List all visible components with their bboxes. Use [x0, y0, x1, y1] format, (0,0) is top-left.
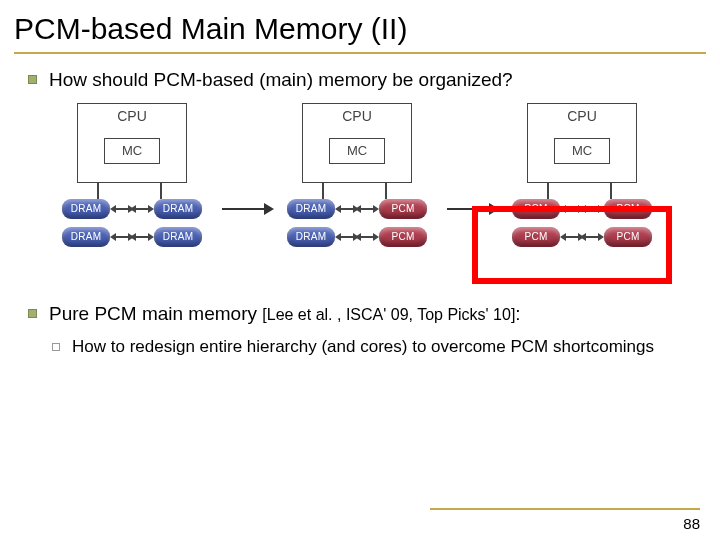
arch-pcm-only: CPU MC PCM PCM PCM PCM [502, 103, 662, 278]
architecture-diagram: CPU MC DRAM DRAM DRAM DRAM [52, 103, 662, 278]
bidir-arrow-icon [339, 236, 355, 238]
bidir-arrow-icon [114, 236, 130, 238]
citation: [Lee et al. , ISCA' 09, Top Picks' 10] [262, 306, 515, 323]
bidir-arrow-icon [339, 208, 355, 210]
memory-row: PCM PCM [512, 199, 652, 219]
slide-content: How should PCM-based (main) memory be or… [0, 54, 720, 359]
colon: : [515, 303, 520, 324]
bidir-arrow-icon [134, 208, 150, 210]
pcm-chip: PCM [379, 199, 427, 219]
memory-row: DRAM DRAM [62, 199, 202, 219]
sub-bullet-icon [52, 343, 60, 351]
pcm-chip: PCM [604, 199, 652, 219]
bus-line [385, 183, 387, 199]
cpu-label: CPU [567, 108, 597, 124]
cpu-box: CPU MC [527, 103, 637, 183]
dram-chip: DRAM [287, 227, 335, 247]
cpu-box: CPU MC [77, 103, 187, 183]
cpu-box: CPU MC [302, 103, 412, 183]
mc-label: MC [347, 143, 367, 158]
pcm-chip: PCM [512, 227, 560, 247]
memory-rows: DRAM DRAM DRAM DRAM [62, 199, 202, 247]
page-number: 88 [683, 515, 700, 532]
bus-line [547, 183, 549, 199]
memory-row: DRAM PCM [287, 227, 427, 247]
pcm-chip: PCM [512, 199, 560, 219]
pcm-chip: PCM [379, 227, 427, 247]
memory-rows: DRAM PCM DRAM PCM [287, 199, 427, 247]
bullet-pure-pcm: Pure PCM main memory [Lee et al. , ISCA'… [28, 302, 692, 327]
arrow-right-icon [447, 208, 493, 210]
bidir-arrow-icon [134, 236, 150, 238]
bidir-arrow-icon [584, 236, 600, 238]
cpu-label: CPU [117, 108, 147, 124]
memory-row: DRAM DRAM [62, 227, 202, 247]
mc-box: MC [554, 138, 610, 164]
bidir-arrow-icon [114, 208, 130, 210]
bus-line [97, 183, 99, 199]
pcm-chip: PCM [604, 227, 652, 247]
mc-label: MC [122, 143, 142, 158]
dram-chip: DRAM [62, 199, 110, 219]
memory-rows: PCM PCM PCM PCM [512, 199, 652, 247]
bidir-arrow-icon [564, 236, 580, 238]
bullet-text: Pure PCM main memory [Lee et al. , ISCA'… [49, 302, 521, 327]
arch-hybrid: CPU MC DRAM PCM DRAM PCM [277, 103, 437, 278]
dram-chip: DRAM [154, 199, 202, 219]
sub-bullet: How to redesign entire hierarchy (and co… [28, 336, 692, 359]
memory-row: DRAM PCM [287, 199, 427, 219]
bidir-arrow-icon [359, 208, 375, 210]
bus-line [160, 183, 162, 199]
arch-dram-only: CPU MC DRAM DRAM DRAM DRAM [52, 103, 212, 278]
memory-row: PCM PCM [512, 227, 652, 247]
bullet-question: How should PCM-based (main) memory be or… [28, 68, 692, 93]
cpu-label: CPU [342, 108, 372, 124]
dram-chip: DRAM [62, 227, 110, 247]
slide-title: PCM-based Main Memory (II) [0, 0, 720, 52]
arrow-right-icon [222, 208, 268, 210]
mc-box: MC [104, 138, 160, 164]
mc-box: MC [329, 138, 385, 164]
bidir-arrow-icon [564, 208, 580, 210]
bullet-main-text: Pure PCM main memory [49, 303, 262, 324]
dram-chip: DRAM [287, 199, 335, 219]
bus-line [322, 183, 324, 199]
dram-chip: DRAM [154, 227, 202, 247]
bullet-icon [28, 75, 37, 84]
bidir-arrow-icon [359, 236, 375, 238]
bullet-icon [28, 309, 37, 318]
mc-label: MC [572, 143, 592, 158]
footer-rule [430, 508, 700, 510]
bus-line [610, 183, 612, 199]
bidir-arrow-icon [584, 208, 600, 210]
bullet-text: How should PCM-based (main) memory be or… [49, 68, 513, 93]
sub-bullet-text: How to redesign entire hierarchy (and co… [72, 336, 654, 359]
